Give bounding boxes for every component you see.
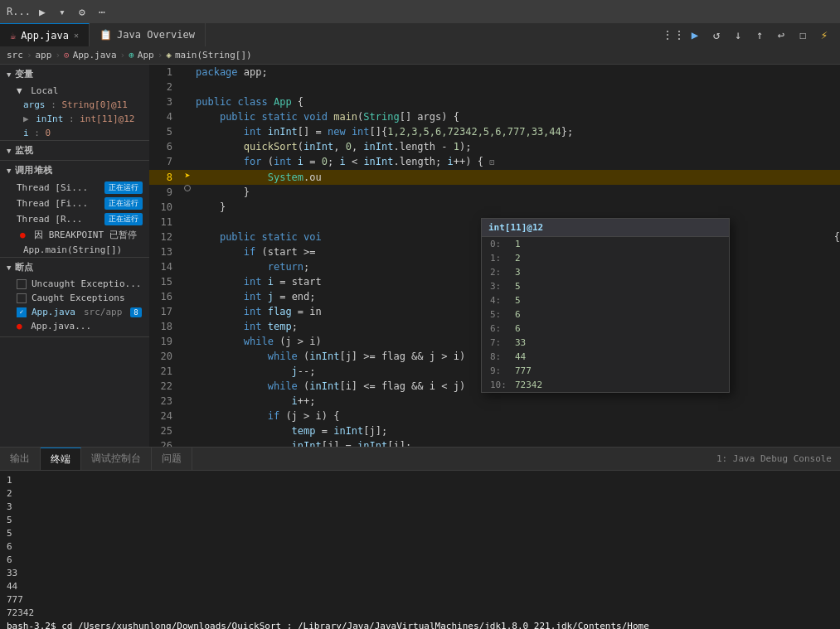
local-item[interactable]: ▼ Local [0, 84, 149, 98]
code-editor-area: 1 package app; 2 3 public class App { 4 [149, 65, 840, 447]
terminal-content[interactable]: 1 2 3 5 5 6 6 33 44 777 72342 bash-3.2$ … [0, 471, 840, 629]
bp-appjava[interactable]: ✓ App.java src/app 8 [0, 305, 149, 319]
call-stack-header[interactable]: ▼ 调用堆栈 [0, 161, 149, 180]
inint-chevron: ▶ [23, 114, 29, 124]
breakpoints-header[interactable]: ▼ 断点 [0, 258, 149, 277]
breadcrumb-file[interactable]: App.java [73, 50, 117, 60]
breadcrumb-method[interactable]: main(String[]) [175, 50, 252, 60]
call-stack-section: ▼ 调用堆栈 Thread [Si... 正在运行 Thread [Fi... … [0, 161, 149, 258]
line-content-7: for (int i = 0; i < inInt.length; i++) {… [196, 154, 840, 170]
line-num-16: 16 [149, 289, 179, 304]
settings-icon[interactable]: ⚙ [74, 3, 90, 20]
var-i[interactable]: i : 0 [0, 126, 149, 140]
line-num-3: 3 [149, 94, 179, 109]
tab-problems[interactable]: 问题 [152, 448, 192, 470]
tab-close-icon[interactable]: ✕ [74, 31, 79, 40]
tooltip-idx-6: 6: [490, 323, 510, 334]
line-num-14: 14 [149, 259, 179, 274]
line-12-suffix: { [834, 230, 840, 244]
term-line-33: 33 [7, 567, 833, 580]
code-line-4: 4 public static void main(String[] args)… [149, 109, 840, 124]
variables-header[interactable]: ▼ 变量 [0, 65, 149, 84]
watch-header[interactable]: ▼ 监视 [0, 141, 149, 160]
variables-label: 变量 [15, 68, 34, 80]
tooltip-row-4: 4: 5 [482, 293, 729, 307]
thread-fi-status: 正在运行 [104, 197, 143, 210]
tab-terminal-label: 终端 [51, 452, 70, 467]
gutter-9 [179, 185, 196, 191]
breadcrumb-sep-1: › [27, 50, 32, 60]
bp-appjava-extra[interactable]: ● App.java... [0, 319, 149, 333]
tab-terminal[interactable]: 终端 [41, 448, 81, 470]
thread-fi[interactable]: Thread [Fi... 正在运行 [0, 196, 149, 211]
top-bar: R... ▶ ▾ ⚙ ⋯ [0, 0, 840, 23]
tooltip-idx-9: 9: [490, 365, 510, 376]
thread-r[interactable]: Thread [R... 正在运行 [0, 211, 149, 227]
breadcrumb-sep-2: › [55, 50, 61, 60]
thread-r-name: Thread [R... [17, 214, 82, 225]
watch-chevron: ▼ [7, 147, 12, 155]
bp-appjava-badge: 8 [130, 307, 141, 317]
code-line-10: 10 } [149, 200, 840, 215]
line-content-10: } [196, 200, 840, 215]
step-into-icon[interactable]: ↺ [707, 26, 726, 44]
breadcrumb-src[interactable]: src [7, 50, 23, 60]
bp-chevron: ▼ [7, 264, 12, 272]
tab-debug-console[interactable]: 调试控制台 [81, 448, 152, 470]
breadcrumb-class[interactable]: App [138, 50, 154, 60]
tooltip-idx-7: 7: [490, 337, 510, 348]
breadcrumb-icon-2: ⊕ [129, 50, 134, 60]
term-command-1: bash-3.2$ cd /Users/xushunlong/Downloads… [7, 620, 833, 629]
step-out-up-icon[interactable]: ↑ [750, 26, 769, 44]
tooltip-val-5: 6 [515, 309, 521, 320]
term-line-777: 777 [7, 593, 833, 607]
bp-caught-checkbox[interactable] [17, 293, 27, 303]
term-line-6b: 6 [7, 554, 833, 567]
var-sep-3: : [34, 128, 45, 138]
var-args[interactable]: args : String[0]@11 [0, 98, 149, 112]
stop-icon[interactable]: ☐ [794, 26, 812, 44]
variable-tooltip: int[11]@12 0: 1 1: 2 2: 3 3: 5 4: 5 [481, 218, 730, 393]
breadcrumb-app[interactable]: app [36, 50, 52, 60]
tooltip-idx-4: 4: [490, 295, 510, 306]
line-num-19: 19 [149, 334, 179, 349]
tooltip-idx-10: 10: [490, 380, 510, 390]
line-content-5: int inInt[] = new int[]{1,2,3,5,6,72342,… [196, 124, 840, 139]
tab-output[interactable]: 输出 [0, 448, 41, 470]
tab-java-overview[interactable]: 📋 Java Overview [90, 23, 206, 46]
tab-app-java[interactable]: ☕ App.java ✕ [0, 23, 90, 46]
code-line-26: 26 inInt[j] = inInt[i]; [149, 438, 840, 447]
tab-label: App.java [21, 30, 69, 41]
tooltip-val-4: 5 [515, 295, 521, 306]
var-inint-key: inInt [36, 114, 63, 124]
thread-fi-name: Thread [Fi... [17, 198, 88, 209]
thread-si[interactable]: Thread [Si... 正在运行 [0, 180, 149, 196]
call-stack-label: 调用堆栈 [15, 164, 53, 177]
config-dropdown[interactable]: ▾ [54, 3, 70, 20]
breadcrumb-icon-3: ◈ [166, 50, 172, 60]
line-content-25: temp = inInt[j]; [196, 423, 840, 438]
run-button[interactable]: ▶ [34, 3, 51, 20]
bp-caught[interactable]: Caught Exceptions [0, 291, 149, 305]
bp-uncaught[interactable]: Uncaught Exceptio... [0, 277, 149, 291]
gutter-8: ➤ [179, 170, 196, 181]
return-icon[interactable]: ↩ [772, 26, 790, 44]
var-inint[interactable]: ▶ inInt : int[11]@12 [0, 112, 149, 126]
tooltip-idx-0: 0: [490, 239, 510, 249]
tooltip-row-3: 3: 5 [482, 279, 729, 293]
line-num-8: 8 [149, 170, 179, 185]
hollow-circle-icon [184, 185, 191, 191]
suspended-method[interactable]: App.main(String[]) [0, 243, 149, 257]
bp-appjava-checkbox[interactable]: ✓ [17, 307, 27, 317]
bp-extra-label: App.java... [31, 321, 91, 331]
bp-uncaught-checkbox[interactable] [17, 279, 27, 289]
step-out-down-icon[interactable]: ↓ [729, 26, 747, 44]
code-line-9: 9 } [149, 185, 840, 200]
lightning-icon[interactable]: ⚡ [815, 26, 833, 44]
thread-r-status: 正在运行 [104, 213, 143, 225]
line-num-12: 12 [149, 230, 179, 244]
resume-icon[interactable]: ▶ [686, 26, 704, 44]
line-num-15: 15 [149, 274, 179, 289]
step-over-icon[interactable]: ⋮⋮ [664, 26, 682, 44]
more-options-icon[interactable]: ⋯ [94, 3, 110, 20]
